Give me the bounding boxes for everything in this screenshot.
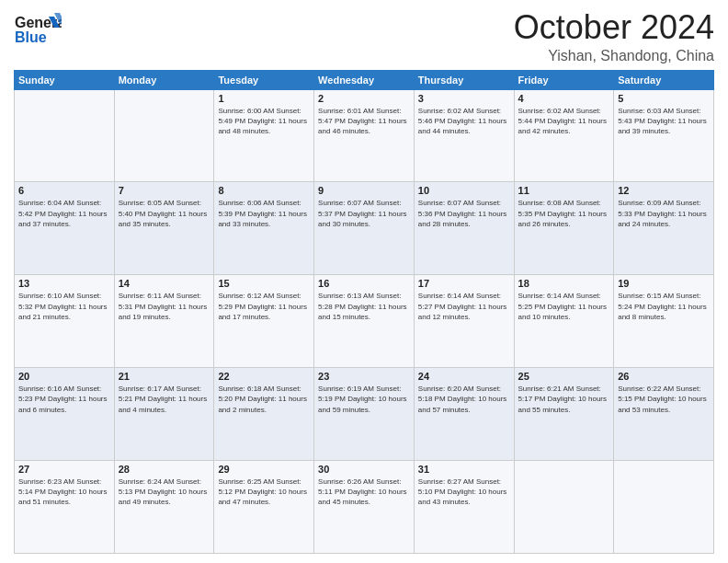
calendar-table: Sunday Monday Tuesday Wednesday Thursday… bbox=[14, 70, 714, 554]
day-number: 1 bbox=[218, 93, 310, 104]
calendar-cell: 23Sunrise: 6:19 AM Sunset: 5:19 PM Dayli… bbox=[314, 368, 415, 461]
day-number: 4 bbox=[518, 93, 610, 104]
calendar-cell: 3Sunrise: 6:02 AM Sunset: 5:46 PM Daylig… bbox=[414, 89, 514, 182]
day-info: Sunrise: 6:12 AM Sunset: 5:29 PM Dayligh… bbox=[218, 291, 310, 322]
calendar-cell: 30Sunrise: 6:26 AM Sunset: 5:11 PM Dayli… bbox=[314, 461, 415, 554]
day-number: 25 bbox=[518, 371, 610, 382]
day-number: 28 bbox=[119, 464, 210, 475]
calendar-cell: 27Sunrise: 6:23 AM Sunset: 5:14 PM Dayli… bbox=[15, 461, 115, 554]
day-info: Sunrise: 6:10 AM Sunset: 5:32 PM Dayligh… bbox=[18, 291, 110, 322]
day-info: Sunrise: 6:23 AM Sunset: 5:14 PM Dayligh… bbox=[18, 477, 110, 508]
day-number: 29 bbox=[218, 464, 310, 475]
header-row: Sunday Monday Tuesday Wednesday Thursday… bbox=[15, 70, 714, 89]
day-number: 10 bbox=[418, 185, 510, 196]
month-title: October 2024 bbox=[514, 9, 714, 46]
calendar-cell bbox=[614, 461, 714, 554]
day-number: 14 bbox=[119, 278, 210, 289]
calendar-cell: 12Sunrise: 6:09 AM Sunset: 5:33 PM Dayli… bbox=[614, 182, 714, 275]
day-number: 31 bbox=[418, 464, 510, 475]
day-info: Sunrise: 6:15 AM Sunset: 5:24 PM Dayligh… bbox=[618, 291, 710, 322]
col-friday: Friday bbox=[514, 70, 614, 89]
title-area: October 2024 Yishan, Shandong, China bbox=[514, 9, 714, 64]
calendar-week-3: 20Sunrise: 6:16 AM Sunset: 5:23 PM Dayli… bbox=[15, 368, 714, 461]
day-number: 8 bbox=[218, 185, 310, 196]
day-number: 18 bbox=[518, 278, 610, 289]
calendar-week-1: 6Sunrise: 6:04 AM Sunset: 5:42 PM Daylig… bbox=[15, 182, 714, 275]
day-info: Sunrise: 6:02 AM Sunset: 5:44 PM Dayligh… bbox=[518, 106, 610, 137]
day-number: 21 bbox=[119, 371, 210, 382]
calendar-cell bbox=[514, 461, 614, 554]
day-number: 22 bbox=[218, 371, 310, 382]
calendar-cell: 17Sunrise: 6:14 AM Sunset: 5:27 PM Dayli… bbox=[414, 275, 514, 368]
day-number: 5 bbox=[618, 93, 710, 104]
calendar-cell: 19Sunrise: 6:15 AM Sunset: 5:24 PM Dayli… bbox=[614, 275, 714, 368]
calendar-cell: 8Sunrise: 6:06 AM Sunset: 5:39 PM Daylig… bbox=[214, 182, 314, 275]
day-info: Sunrise: 6:01 AM Sunset: 5:47 PM Dayligh… bbox=[318, 106, 410, 137]
day-info: Sunrise: 6:27 AM Sunset: 5:10 PM Dayligh… bbox=[418, 477, 510, 508]
calendar-week-4: 27Sunrise: 6:23 AM Sunset: 5:14 PM Dayli… bbox=[15, 461, 714, 554]
day-info: Sunrise: 6:00 AM Sunset: 5:49 PM Dayligh… bbox=[218, 106, 310, 137]
calendar-cell: 11Sunrise: 6:08 AM Sunset: 5:35 PM Dayli… bbox=[514, 182, 614, 275]
day-number: 9 bbox=[318, 185, 410, 196]
calendar-week-2: 13Sunrise: 6:10 AM Sunset: 5:32 PM Dayli… bbox=[15, 275, 714, 368]
calendar-cell: 4Sunrise: 6:02 AM Sunset: 5:44 PM Daylig… bbox=[514, 89, 614, 182]
day-number: 16 bbox=[318, 278, 410, 289]
day-info: Sunrise: 6:19 AM Sunset: 5:19 PM Dayligh… bbox=[318, 384, 410, 415]
col-wednesday: Wednesday bbox=[314, 70, 415, 89]
day-number: 20 bbox=[18, 371, 110, 382]
day-info: Sunrise: 6:22 AM Sunset: 5:15 PM Dayligh… bbox=[618, 384, 710, 415]
logo-area: General Blue bbox=[14, 9, 62, 50]
svg-text:Blue: Blue bbox=[15, 29, 47, 45]
day-info: Sunrise: 6:26 AM Sunset: 5:11 PM Dayligh… bbox=[318, 477, 410, 508]
day-info: Sunrise: 6:07 AM Sunset: 5:36 PM Dayligh… bbox=[418, 198, 510, 229]
calendar-cell: 10Sunrise: 6:07 AM Sunset: 5:36 PM Dayli… bbox=[414, 182, 514, 275]
day-number: 3 bbox=[418, 93, 510, 104]
calendar-cell: 25Sunrise: 6:21 AM Sunset: 5:17 PM Dayli… bbox=[514, 368, 614, 461]
day-info: Sunrise: 6:11 AM Sunset: 5:31 PM Dayligh… bbox=[119, 291, 210, 322]
day-info: Sunrise: 6:17 AM Sunset: 5:21 PM Dayligh… bbox=[119, 384, 210, 415]
day-number: 24 bbox=[418, 371, 510, 382]
day-number: 11 bbox=[518, 185, 610, 196]
day-info: Sunrise: 6:07 AM Sunset: 5:37 PM Dayligh… bbox=[318, 198, 410, 229]
day-info: Sunrise: 6:18 AM Sunset: 5:20 PM Dayligh… bbox=[218, 384, 310, 415]
day-info: Sunrise: 6:08 AM Sunset: 5:35 PM Dayligh… bbox=[518, 198, 610, 229]
day-number: 15 bbox=[218, 278, 310, 289]
calendar-cell: 22Sunrise: 6:18 AM Sunset: 5:20 PM Dayli… bbox=[214, 368, 314, 461]
col-tuesday: Tuesday bbox=[214, 70, 314, 89]
day-number: 12 bbox=[618, 185, 710, 196]
day-info: Sunrise: 6:20 AM Sunset: 5:18 PM Dayligh… bbox=[418, 384, 510, 415]
day-info: Sunrise: 6:04 AM Sunset: 5:42 PM Dayligh… bbox=[18, 198, 110, 229]
calendar-cell: 2Sunrise: 6:01 AM Sunset: 5:47 PM Daylig… bbox=[314, 89, 415, 182]
calendar-cell bbox=[15, 89, 115, 182]
day-number: 26 bbox=[618, 371, 710, 382]
header: General Blue October 2024 Yishan, Shando… bbox=[14, 9, 714, 64]
day-info: Sunrise: 6:05 AM Sunset: 5:40 PM Dayligh… bbox=[119, 198, 210, 229]
calendar-cell: 15Sunrise: 6:12 AM Sunset: 5:29 PM Dayli… bbox=[214, 275, 314, 368]
day-number: 13 bbox=[18, 278, 110, 289]
day-info: Sunrise: 6:25 AM Sunset: 5:12 PM Dayligh… bbox=[218, 477, 310, 508]
day-info: Sunrise: 6:09 AM Sunset: 5:33 PM Dayligh… bbox=[618, 198, 710, 229]
location-title: Yishan, Shandong, China bbox=[514, 48, 714, 64]
day-info: Sunrise: 6:21 AM Sunset: 5:17 PM Dayligh… bbox=[518, 384, 610, 415]
calendar-cell: 14Sunrise: 6:11 AM Sunset: 5:31 PM Dayli… bbox=[114, 275, 214, 368]
calendar-cell: 6Sunrise: 6:04 AM Sunset: 5:42 PM Daylig… bbox=[15, 182, 115, 275]
calendar-cell: 9Sunrise: 6:07 AM Sunset: 5:37 PM Daylig… bbox=[314, 182, 415, 275]
col-sunday: Sunday bbox=[15, 70, 115, 89]
calendar-cell: 21Sunrise: 6:17 AM Sunset: 5:21 PM Dayli… bbox=[114, 368, 214, 461]
day-number: 27 bbox=[18, 464, 110, 475]
calendar-cell bbox=[114, 89, 214, 182]
day-number: 7 bbox=[119, 185, 210, 196]
calendar-cell: 18Sunrise: 6:14 AM Sunset: 5:25 PM Dayli… bbox=[514, 275, 614, 368]
day-info: Sunrise: 6:24 AM Sunset: 5:13 PM Dayligh… bbox=[119, 477, 210, 508]
calendar-cell: 16Sunrise: 6:13 AM Sunset: 5:28 PM Dayli… bbox=[314, 275, 415, 368]
day-number: 6 bbox=[18, 185, 110, 196]
day-info: Sunrise: 6:06 AM Sunset: 5:39 PM Dayligh… bbox=[218, 198, 310, 229]
day-number: 23 bbox=[318, 371, 410, 382]
col-monday: Monday bbox=[114, 70, 214, 89]
calendar-cell: 5Sunrise: 6:03 AM Sunset: 5:43 PM Daylig… bbox=[614, 89, 714, 182]
day-info: Sunrise: 6:14 AM Sunset: 5:27 PM Dayligh… bbox=[418, 291, 510, 322]
calendar-cell: 24Sunrise: 6:20 AM Sunset: 5:18 PM Dayli… bbox=[414, 368, 514, 461]
day-number: 2 bbox=[318, 93, 410, 104]
calendar-cell: 20Sunrise: 6:16 AM Sunset: 5:23 PM Dayli… bbox=[15, 368, 115, 461]
calendar-cell: 28Sunrise: 6:24 AM Sunset: 5:13 PM Dayli… bbox=[114, 461, 214, 554]
